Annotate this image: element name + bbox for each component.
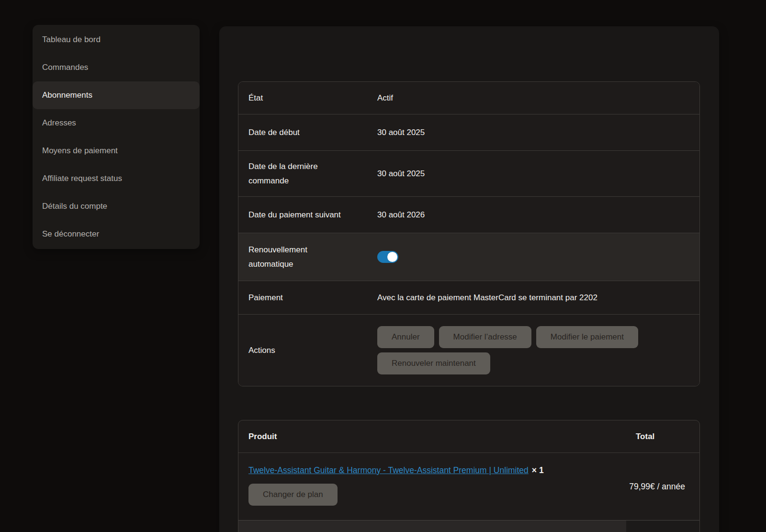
- detail-row-payment: Paiement Avec la carte de paiement Maste…: [238, 281, 699, 314]
- actions-buttons: Annuler Modifier l’adresse Modifier le p…: [377, 315, 699, 386]
- subscription-panel: État Actif Date de début 30 août 2025 Da…: [219, 26, 719, 532]
- detail-row-next-payment-date: Date du paiement suivant 30 août 2026: [238, 196, 699, 233]
- detail-row-auto-renewal: Renouvellement automatique: [238, 233, 699, 281]
- order-item-row: Twelve-Assistant Guitar & Harmony - Twel…: [238, 453, 699, 520]
- last-order-date-value: 30 août 2025: [377, 151, 699, 196]
- sidebar-item-orders[interactable]: Commandes: [33, 54, 200, 81]
- change-address-button[interactable]: Modifier l’adresse: [439, 326, 531, 348]
- sidebar-item-affiliate-status[interactable]: Affiliate request status: [33, 165, 200, 192]
- subtotal-value-cell: [626, 521, 699, 532]
- start-date-label: Date de début: [238, 114, 377, 150]
- order-table-header: Produit Total: [238, 420, 699, 453]
- payment-value: Avec la carte de paiement MasterCard se …: [377, 281, 699, 314]
- toggle-knob: [387, 252, 397, 262]
- product-line: Twelve-Assistant Guitar & Harmony - Twel…: [248, 465, 626, 475]
- sidebar-item-account-details[interactable]: Détails du compte: [33, 192, 200, 220]
- start-date-value: 30 août 2025: [377, 114, 699, 150]
- sidebar-item-dashboard[interactable]: Tableau de bord: [33, 26, 200, 54]
- next-payment-date-label: Date du paiement suivant: [238, 197, 377, 233]
- product-total: 79,99€ / année: [626, 453, 699, 520]
- auto-renewal-value: [377, 233, 699, 281]
- payment-label: Paiement: [238, 281, 377, 314]
- status-label: État: [238, 82, 377, 114]
- detail-row-status: État Actif: [238, 82, 699, 114]
- subscription-order-table: Produit Total Twelve-Assistant Guitar & …: [238, 420, 700, 532]
- subscription-details-table: État Actif Date de début 30 août 2025 Da…: [238, 81, 700, 386]
- detail-row-start-date: Date de début 30 août 2025: [238, 114, 699, 150]
- last-order-date-label: Date de la dernière commande: [238, 151, 377, 196]
- product-column-header: Produit: [238, 432, 626, 441]
- sidebar-item-addresses[interactable]: Adresses: [33, 109, 200, 137]
- next-payment-date-value: 30 août 2026: [377, 197, 699, 233]
- subtotal-label-cell: [238, 521, 626, 532]
- product-cell: Twelve-Assistant Guitar & Harmony - Twel…: [238, 453, 626, 520]
- product-link[interactable]: Twelve-Assistant Guitar & Harmony - Twel…: [248, 465, 529, 475]
- sidebar-item-logout[interactable]: Se déconnecter: [33, 220, 200, 248]
- change-payment-button[interactable]: Modifier le paiement: [536, 326, 638, 348]
- detail-row-last-order-date: Date de la dernière commande 30 août 202…: [238, 150, 699, 196]
- detail-row-actions: Actions Annuler Modifier l’adresse Modif…: [238, 314, 699, 386]
- order-subtotal-row: [238, 520, 699, 532]
- sidebar-item-subscriptions[interactable]: Abonnements: [33, 81, 200, 109]
- total-column-header: Total: [626, 432, 699, 441]
- actions-label: Actions: [238, 315, 377, 386]
- cancel-subscription-button[interactable]: Annuler: [377, 326, 434, 348]
- renew-now-button[interactable]: Renouveler maintenant: [377, 352, 490, 374]
- change-plan-button[interactable]: Changer de plan: [248, 484, 338, 506]
- status-value: Actif: [377, 82, 699, 114]
- sidebar-item-payment-methods[interactable]: Moyens de paiement: [33, 137, 200, 165]
- auto-renewal-label: Renouvellement automatique: [238, 233, 377, 281]
- account-sidebar: Tableau de bord Commandes Abonnements Ad…: [33, 25, 200, 249]
- product-quantity: × 1: [532, 465, 544, 475]
- auto-renewal-toggle[interactable]: [377, 251, 398, 263]
